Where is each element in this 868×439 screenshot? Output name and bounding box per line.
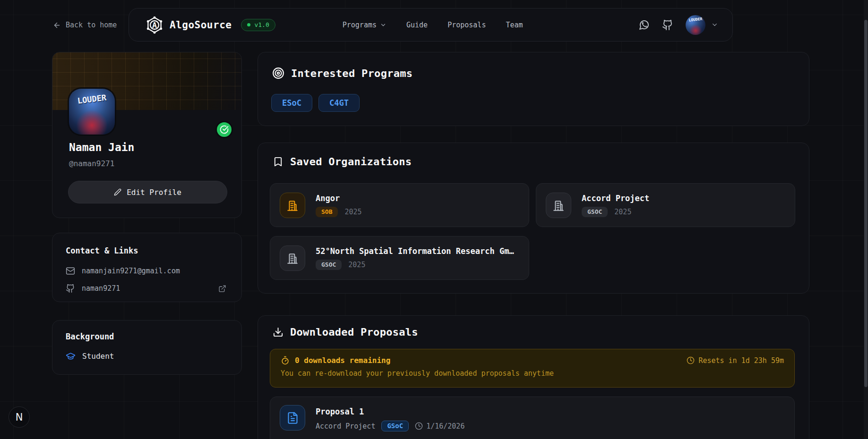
org-card-angor[interactable]: Angor SOB 2025 [270,183,529,227]
org-program-badge: GSOC [316,260,342,270]
program-badge-c4gt-label: C4GT [329,98,349,108]
github-username: naman9271 [82,284,120,293]
program-badge-esoc[interactable]: ESoC [271,94,312,112]
proposal-program-badge: GSoC [381,421,409,431]
downloads-limit-banner: 0 downloads remaining Resets in 1d 23h 5… [270,349,795,388]
nav-item-guide-label: Guide [406,21,428,29]
downloads-reset-timer: Resets in 1d 23h 59m [687,356,784,365]
org-card-accord-project[interactable]: Accord Project GSOC 2025 [536,183,795,227]
saved-organizations-title: Saved Organizations [290,156,412,168]
brand[interactable]: A AlgoSource [145,16,232,34]
proposal-card[interactable]: Proposal 1 Accord Project GSoC 1/16/2026 [270,397,795,439]
org-program-badge: SOB [316,207,338,217]
chevron-down-icon[interactable] [711,21,718,28]
external-link-icon[interactable] [218,285,226,293]
org-name: 52°North Spatial Information Research Gm… [316,246,514,256]
profile-name: Naman Jain [69,141,134,153]
file-text-icon [280,405,305,431]
downloads-remaining: 0 downloads remaining [281,356,390,365]
github-icon [66,284,75,293]
nav-actions: LOUDER [638,15,718,35]
avatar[interactable]: LOUDER [686,15,705,35]
profile-handle: @naman9271 [69,159,114,168]
nav-item-team-label: Team [506,21,523,29]
pencil-icon [114,188,121,196]
github-icon[interactable] [662,19,673,31]
timer-icon [281,356,290,365]
scrollbar-thumb[interactable] [864,20,868,387]
edit-profile-label: Edit Profile [127,188,181,197]
clock-icon [687,356,695,364]
org-year: 2025 [344,208,361,216]
nav-item-programs-label: Programs [343,21,377,29]
downloads-note: You can re-download your previously down… [281,369,784,378]
email-row: namanjain9271@gmail.com [66,266,226,276]
profile-card: LOUDER Naman Jain @naman9271 Edit Profil… [52,52,242,218]
bookmark-icon [273,156,284,167]
background-card: Background Student [52,320,242,375]
nav-item-team[interactable]: Team [506,21,523,29]
version-badge: v1.0 [241,19,275,31]
nextjs-dev-indicator[interactable]: N [9,406,30,428]
chevron-down-icon [380,22,387,28]
downloaded-proposals-card: Downloaded Proposals 0 downloads remaini… [258,315,809,439]
org-name: Angor [316,194,362,203]
program-badge-c4gt[interactable]: C4GT [318,94,360,112]
downloads-reset-label: Resets in 1d 23h 59m [698,356,784,365]
proposal-name: Proposal 1 [316,407,464,416]
version-dot [247,23,250,26]
interested-programs-card: Interested Programs ESoC C4GT [258,52,809,126]
nextjs-dev-indicator-label: N [16,412,23,423]
algosource-logo-icon: A [145,16,164,34]
download-icon [273,327,284,338]
nav-item-programs[interactable]: Programs [343,21,387,29]
org-name: Accord Project [582,194,649,203]
clock-icon [415,422,423,430]
program-badges: ESoC C4GT [271,94,360,112]
arrow-left-icon [53,21,61,29]
github-row[interactable]: naman9271 [66,284,226,293]
graduation-cap-icon [66,351,76,361]
building-icon [546,193,571,218]
svg-text:A: A [152,21,157,30]
proposal-org: Accord Project [316,422,375,431]
contact-title: Contact & Links [66,246,226,255]
proposal-date: 1/16/2026 [415,422,464,431]
version-label: v1.0 [254,21,269,28]
interested-programs-title: Interested Programs [291,68,413,79]
whatsapp-icon[interactable] [638,19,650,31]
scrollbar-track[interactable] [864,0,868,439]
saved-organizations-card: Saved Organizations Angor SOB 2025 [258,143,809,294]
org-program-badge: GSOC [582,207,608,217]
building-icon [280,193,305,218]
nav-links: Programs Guide Proposals Team [343,21,523,29]
org-card-52north[interactable]: 52°North Spatial Information Research Gm… [270,236,529,280]
proposal-date-label: 1/16/2026 [426,422,464,431]
nav-item-proposals[interactable]: Proposals [447,21,486,29]
contact-card: Contact & Links namanjain9271@gmail.com … [52,233,242,302]
verified-badge-icon [217,122,232,137]
page: Back to home A AlgoSource v1. [0,0,868,439]
edit-profile-button[interactable]: Edit Profile [68,181,227,203]
profile-avatar-text: LOUDER [69,92,115,107]
downloaded-proposals-heading: Downloaded Proposals [273,326,418,338]
org-year: 2025 [348,261,365,269]
program-badge-esoc-label: ESoC [282,98,301,108]
avatar-image-text: LOUDER [686,16,705,22]
navbar: A AlgoSource v1.0 Programs Guide Proposa… [129,8,733,42]
downloads-remaining-label: 0 downloads remaining [295,356,390,365]
profile-avatar: LOUDER [69,89,115,135]
nav-item-guide[interactable]: Guide [406,21,428,29]
back-to-home-label: Back to home [66,21,117,29]
back-to-home-link[interactable]: Back to home [53,21,117,29]
mail-icon [66,266,75,276]
user-menu[interactable]: LOUDER [686,15,718,35]
background-row: Student [66,351,226,361]
building-icon [280,245,305,271]
nav-item-proposals-label: Proposals [447,21,486,29]
org-year: 2025 [614,208,631,216]
saved-organizations-heading: Saved Organizations [273,156,412,168]
target-icon [272,67,284,79]
background-title: Background [66,332,226,341]
brand-name: AlgoSource [170,19,232,31]
